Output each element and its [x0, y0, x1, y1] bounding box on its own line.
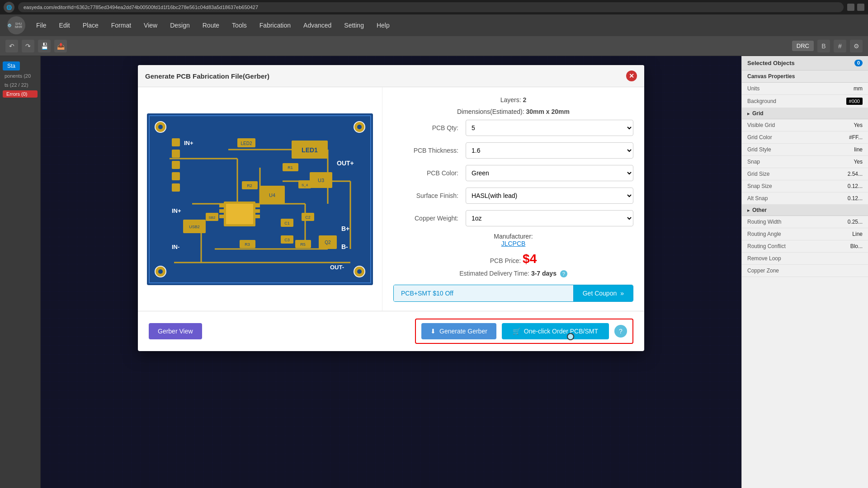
- title-bar: 🌐 easyeda.com/editor#id=6362c7785ed3494e…: [0, 0, 868, 14]
- visible-grid-value[interactable]: Yes: [854, 122, 863, 128]
- menu-setting[interactable]: Setting: [339, 19, 369, 32]
- fabrication-dialog: Generate PCB Fabrication File(Gerber) ✕: [138, 65, 644, 351]
- units-label: Units: [747, 85, 854, 92]
- delivery-row: Estimated Delivery Time: 3-7 days ?: [393, 270, 633, 277]
- routing-angle-value[interactable]: Line: [852, 231, 863, 237]
- copper-weight-select[interactable]: 1oz 2oz: [466, 210, 633, 226]
- browser-logo: 🌐: [4, 2, 14, 13]
- pcb-thickness-label: PCB Thickness:: [393, 147, 466, 154]
- svg-text:C3: C3: [284, 238, 290, 242]
- svg-text:R2: R2: [247, 183, 252, 188]
- menu-advanced[interactable]: Advanced: [298, 19, 337, 32]
- drc-button[interactable]: DRC: [792, 41, 814, 51]
- grid-color-value[interactable]: #FF...: [849, 134, 863, 141]
- svg-rect-70: [172, 172, 180, 180]
- copper-zone-row: Copper Zone: [742, 265, 868, 277]
- help-button[interactable]: ?: [614, 325, 627, 338]
- get-coupon-button[interactable]: Get Coupon »: [574, 285, 633, 301]
- errors-badge[interactable]: Errors (0): [3, 90, 38, 98]
- svg-text:SB2: SB2: [208, 216, 216, 220]
- grid-style-value[interactable]: line: [854, 146, 863, 153]
- delivery-value: 3-7 days: [531, 270, 557, 277]
- other-section-header: Other: [742, 205, 868, 216]
- gerber-view-button[interactable]: Gerber View: [149, 323, 202, 339]
- menu-route[interactable]: Route: [197, 19, 225, 32]
- surface-finish-label: Surface Finish:: [393, 192, 466, 199]
- background-value[interactable]: #000: [846, 98, 863, 105]
- coupon-section[interactable]: PCB+SMT $10 Off Get Coupon »: [393, 285, 633, 302]
- dialog-form-panel: Layers: 2 Dimensions(Estimated): 30mm x …: [382, 87, 644, 311]
- delivery-help-icon[interactable]: ?: [560, 270, 567, 277]
- dialog-title: Generate PCB Fabrication File(Gerber): [145, 72, 269, 80]
- svg-point-20: [357, 125, 362, 129]
- svg-point-21: [158, 269, 163, 274]
- visible-grid-label: Visible Grid: [747, 122, 854, 128]
- surface-finish-select[interactable]: HASL(with lead) HASL(lead free) ENIG: [466, 188, 633, 204]
- grid-size-value[interactable]: 2.54...: [848, 171, 863, 177]
- undo-button[interactable]: ↶: [5, 40, 18, 52]
- snap-value[interactable]: Yes: [854, 159, 863, 165]
- background-row: Background #000: [742, 95, 868, 108]
- menu-edit[interactable]: Edit: [54, 19, 75, 32]
- redo-button[interactable]: ↷: [22, 40, 34, 52]
- pcb-color-select[interactable]: Green Red Blue White: [466, 165, 633, 181]
- routing-conflict-value[interactable]: Blo...: [850, 243, 863, 249]
- copper-zone-label: Copper Zone: [747, 267, 863, 274]
- snap-size-value[interactable]: 0.12...: [848, 183, 863, 189]
- svg-rect-66: [255, 215, 260, 218]
- svg-text:OUT+: OUT+: [337, 160, 354, 167]
- generate-gerber-button[interactable]: ⬇ Generate Gerber: [421, 323, 496, 339]
- save-button[interactable]: 💾: [38, 40, 51, 52]
- menu-view[interactable]: View: [138, 19, 163, 32]
- grid-color-label: Grid Color: [747, 134, 849, 141]
- menu-design[interactable]: Design: [165, 19, 195, 32]
- manufacturer-link[interactable]: JLCPCB: [393, 240, 633, 247]
- export-button[interactable]: 📤: [54, 40, 67, 52]
- grid-icon[interactable]: #: [834, 40, 846, 52]
- pcb-qty-label: PCB Qty:: [393, 124, 466, 131]
- selected-objects-label: Selected Objects: [747, 60, 795, 66]
- order-button[interactable]: 🛒 One-click Order PCB/SMT: [502, 323, 609, 339]
- grid-size-label: Grid Size: [747, 171, 848, 177]
- other-section-label: Other: [752, 207, 767, 213]
- svg-rect-64: [255, 204, 260, 207]
- pcb-thickness-select[interactable]: 1.6 0.8 1.0: [466, 142, 633, 159]
- menu-tools[interactable]: Tools: [226, 19, 252, 32]
- units-value[interactable]: mm: [854, 85, 863, 92]
- coupon-text[interactable]: PCB+SMT $10 Off: [394, 285, 574, 301]
- visible-grid-row: Visible Grid Yes: [742, 119, 868, 131]
- close-button[interactable]: ✕: [626, 70, 637, 81]
- grid-section-label: Grid: [752, 110, 764, 117]
- grid-properties-section: Visible Grid Yes Grid Color #FF... Grid …: [742, 119, 868, 205]
- menu-place[interactable]: Place: [77, 19, 104, 32]
- menu-format[interactable]: Format: [106, 19, 137, 32]
- routing-width-row: Routing Width 0.25...: [742, 216, 868, 228]
- menu-help[interactable]: Help: [371, 19, 395, 32]
- selected-count-badge: 0: [854, 60, 863, 66]
- menu-file[interactable]: File: [31, 19, 52, 32]
- right-panel: Selected Objects 0 Canvas Properties Uni…: [741, 56, 868, 488]
- toolbar: ↶ ↷ 💾 📤 DRC B # ⚙: [0, 36, 868, 56]
- tab-sta[interactable]: Sta: [3, 61, 20, 70]
- browser-icon-1[interactable]: [847, 4, 854, 11]
- routing-conflict-row: Routing Conflict Blo...: [742, 240, 868, 253]
- settings-icon[interactable]: ⚙: [850, 40, 863, 52]
- alt-snap-label: Alt Snap: [747, 195, 848, 202]
- routing-width-value[interactable]: 0.25...: [848, 219, 863, 225]
- svg-text:IN-: IN-: [172, 244, 179, 250]
- menu-fabrication[interactable]: Fabrication: [254, 19, 296, 32]
- pcb-qty-select[interactable]: 5 10 15 20: [466, 120, 633, 136]
- manufacturer-label: Manufacturer:: [494, 233, 533, 240]
- bold-icon[interactable]: B: [817, 40, 830, 52]
- svg-rect-61: [219, 204, 224, 207]
- svg-point-22: [357, 269, 362, 274]
- dimensions-label: Dimensions(Estimated):: [457, 108, 524, 115]
- alt-snap-value[interactable]: 0.12...: [848, 195, 863, 202]
- svg-text:R1: R1: [288, 165, 293, 170]
- canvas-area[interactable]: Generate PCB Fabrication File(Gerber) ✕: [41, 56, 741, 488]
- svg-rect-71: [172, 183, 180, 192]
- dialog-header: Generate PCB Fabrication File(Gerber) ✕: [138, 65, 644, 87]
- svg-text:Q2: Q2: [325, 240, 331, 245]
- address-bar[interactable]: easyeda.com/editor#id=6362c7785ed3494ea2…: [18, 2, 844, 12]
- browser-icon-2[interactable]: [857, 4, 864, 11]
